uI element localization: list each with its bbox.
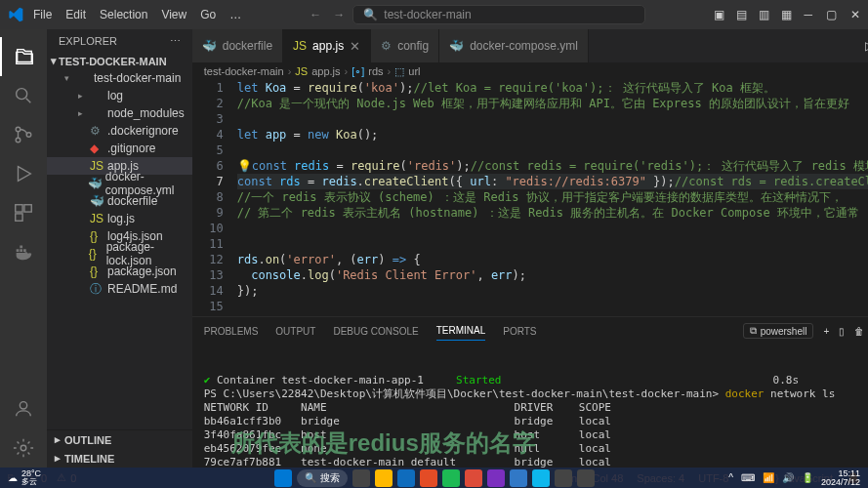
sidebar-more-icon[interactable]: ⋯ [170, 35, 181, 48]
layout-panel-icon[interactable]: ▤ [736, 8, 747, 21]
menu-selection[interactable]: Selection [100, 8, 147, 21]
tab-docker-compose-yml[interactable]: 🐳docker-compose.yml [439, 29, 589, 62]
tab-dockerfile[interactable]: 🐳dockerfile [192, 29, 283, 62]
activity-source-control-icon[interactable] [0, 115, 47, 154]
tray-chevron-icon[interactable]: ^ [728, 472, 733, 483]
edge-app-icon[interactable] [397, 469, 415, 487]
app-icon[interactable] [555, 469, 572, 487]
task-view-icon[interactable] [352, 469, 370, 487]
panel-tab-terminal[interactable]: TERMINAL [436, 321, 486, 341]
activity-explorer-icon[interactable] [0, 37, 47, 76]
terminal-output[interactable]: ✔ Container test-docker-main-app-1 Start… [192, 345, 868, 468]
tray-battery-icon[interactable]: 🔋 [802, 472, 813, 483]
activity-extensions-icon[interactable] [0, 193, 47, 232]
tree-item-log-js[interactable]: JSlog.js [47, 210, 192, 227]
chrome-app-icon[interactable] [465, 469, 482, 487]
tab-app-js[interactable]: JSapp.js✕ [283, 29, 371, 62]
tray-wifi-icon[interactable]: 📶 [763, 472, 774, 483]
project-name: TEST-DOCKER-MAIN [59, 56, 167, 67]
svg-rect-5 [16, 205, 22, 212]
panel-tab-output[interactable]: OUTPUT [275, 322, 315, 341]
menu-view[interactable]: View [161, 8, 186, 21]
close-icon[interactable]: ✕ [850, 8, 860, 21]
svg-point-0 [17, 89, 27, 100]
powershell-icon: ⧉ [750, 325, 757, 337]
app-icon[interactable] [487, 469, 505, 487]
start-button[interactable] [274, 469, 292, 487]
sidebar-project-header[interactable]: ▾ TEST-DOCKER-MAIN [47, 53, 192, 69]
vscode-logo-icon [8, 7, 23, 22]
tree-item-log[interactable]: ▸log [47, 87, 192, 104]
panel-tabs: PROBLEMS OUTPUT DEBUG CONSOLE TERMINAL P… [192, 317, 868, 345]
menu-more[interactable]: … [229, 8, 241, 21]
sidebar-header: EXPLORER ⋯ [47, 29, 192, 53]
layout-sidebar-left-icon[interactable]: ▣ [714, 8, 724, 21]
taskbar-search[interactable]: 🔍搜索 [297, 469, 348, 487]
activity-run-debug-icon[interactable] [0, 154, 47, 193]
maximize-icon[interactable]: ▢ [826, 8, 837, 21]
app-icon[interactable] [577, 469, 595, 487]
nav-back-icon[interactable]: ← [310, 8, 321, 21]
taskbar-apps: 🔍搜索 [274, 469, 595, 487]
terminal-shell-select[interactable]: ⧉ powershell [743, 323, 814, 339]
tab-config[interactable]: ⚙config [371, 29, 439, 62]
app-icon[interactable] [442, 469, 460, 487]
weather-icon: ☁ [8, 472, 18, 483]
explorer-app-icon[interactable] [375, 469, 393, 487]
activity-docker-icon[interactable] [0, 232, 47, 271]
svg-point-8 [20, 402, 26, 409]
new-terminal-icon[interactable]: + [823, 326, 829, 337]
search-icon: 🔍 [363, 8, 378, 21]
video-caption-overlay: 所代表的是redius服务的名字 [231, 436, 536, 450]
tree-item-README-md[interactable]: ⓘREADME.md [47, 280, 192, 298]
taskbar-weather[interactable]: ☁ 28°C 多云 [8, 469, 41, 486]
chevron-down-icon: ▾ [51, 55, 57, 67]
tray-input-icon[interactable]: ⌨ [741, 472, 755, 483]
tree-item-docker-compose-yml[interactable]: 🐳docker-compose.yml [47, 175, 192, 192]
system-tray[interactable]: ^ ⌨ 📶 🔊 🔋 15:11 2024/7/12 [728, 469, 860, 487]
menu-go[interactable]: Go [200, 8, 216, 21]
tree-item-node_modules[interactable]: ▸node_modules [47, 104, 192, 122]
menu-bar: File Edit Selection View Go … [33, 8, 241, 21]
file-tree: ▾test-docker-main▸log▸node_modules⚙.dock… [47, 69, 192, 429]
vscode-app-icon[interactable] [510, 469, 527, 487]
tree-item--gitignore[interactable]: ◆.gitignore [47, 140, 192, 157]
activity-account-icon[interactable] [0, 389, 47, 428]
tree-item-package-lock-json[interactable]: {}package-lock.json [47, 245, 192, 263]
nav-forward-icon[interactable]: → [333, 8, 345, 21]
panel: PROBLEMS OUTPUT DEBUG CONSOLE TERMINAL P… [192, 316, 868, 468]
split-terminal-icon[interactable]: ▯ [839, 326, 845, 337]
editor-group: 🐳dockerfileJSapp.js✕⚙config🐳docker-compo… [192, 29, 868, 468]
tray-volume-icon[interactable]: 🔊 [782, 472, 794, 483]
svg-point-3 [16, 138, 21, 142]
menu-file[interactable]: File [33, 8, 52, 21]
docker-app-icon[interactable] [532, 469, 550, 487]
tab-close-icon[interactable]: ✕ [350, 39, 360, 54]
app-icon[interactable] [420, 469, 437, 487]
activity-bar [0, 29, 47, 468]
tree-item-package-json[interactable]: {}package.json [47, 263, 192, 280]
layout-sidebar-right-icon[interactable]: ▥ [759, 8, 769, 21]
timeline-section[interactable]: ▸TIMELINE [47, 449, 192, 468]
svg-rect-7 [16, 214, 22, 221]
activity-search-icon[interactable] [0, 76, 47, 115]
activity-settings-icon[interactable] [0, 428, 47, 468]
tree-item-test-docker-main[interactable]: ▾test-docker-main [47, 69, 192, 87]
command-center[interactable]: 🔍 test-docker-main [352, 5, 645, 24]
panel-tab-problems[interactable]: PROBLEMS [204, 322, 259, 341]
svg-line-1 [26, 99, 31, 103]
breadcrumb[interactable]: test-docker-main› JS app.js› [∘] rds› ⬚ … [192, 62, 868, 80]
code-editor[interactable]: 12345678910111213141516171819 let Koa = … [192, 80, 868, 316]
layout-customize-icon[interactable]: ▦ [781, 8, 792, 21]
kill-terminal-icon[interactable]: 🗑 [854, 326, 864, 337]
menu-edit[interactable]: Edit [65, 8, 86, 21]
sidebar: EXPLORER ⋯ ▾ TEST-DOCKER-MAIN ▾test-dock… [47, 29, 192, 468]
outline-section[interactable]: ▸OUTLINE [47, 430, 192, 449]
panel-tab-debug[interactable]: DEBUG CONSOLE [333, 322, 418, 341]
panel-tab-ports[interactable]: PORTS [503, 322, 536, 341]
svg-rect-6 [24, 205, 31, 212]
windows-taskbar: ☁ 28°C 多云 🔍搜索 ^ ⌨ 📶 🔊 🔋 15:11 2024/7/12 [0, 468, 868, 488]
tree-item--dockerignore[interactable]: ⚙.dockerignore [47, 122, 192, 140]
sidebar-title: EXPLORER [59, 35, 117, 47]
minimize-icon[interactable]: ─ [804, 8, 812, 21]
